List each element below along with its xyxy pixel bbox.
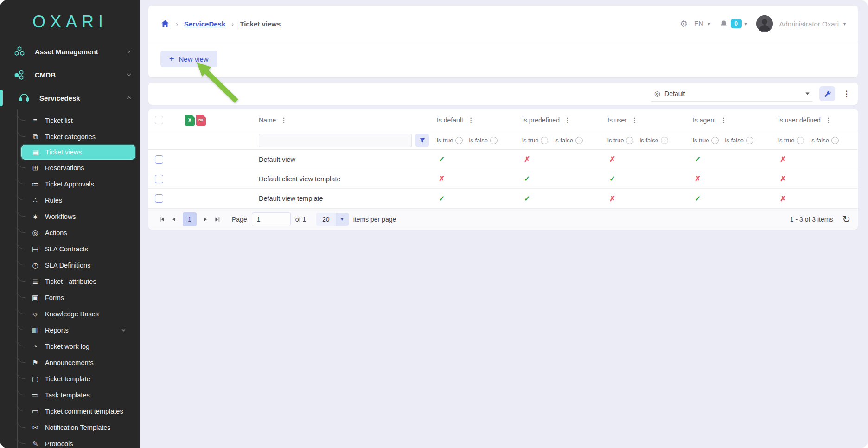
chevron-down-icon[interactable]: ▾ (745, 21, 747, 26)
sidebar-item-protocols[interactable]: ✎ Protocols (18, 435, 140, 448)
column-menu-icon[interactable]: ⋮ (468, 116, 474, 124)
sidebar-item-sla-contracts[interactable]: ▤ SLA Contracts (18, 241, 140, 257)
previous-page-button[interactable] (168, 213, 180, 225)
is-true-radio[interactable] (711, 137, 719, 144)
breadcrumb-link-servicedesk[interactable]: ServiceDesk (184, 20, 225, 28)
hexagons-icon (13, 45, 26, 58)
export-pdf-icon[interactable]: PDF (196, 115, 206, 126)
export-excel-icon[interactable]: X (185, 115, 195, 126)
column-menu-icon[interactable]: ⋮ (564, 116, 571, 124)
language-selector[interactable]: EN (694, 20, 703, 27)
cell-is-user-defined: ✗ (772, 155, 858, 164)
bulb-icon: ☼ (31, 310, 40, 318)
configure-view-button[interactable] (819, 86, 835, 101)
is-false-radio[interactable] (661, 137, 668, 144)
notification-count-badge[interactable]: 0 (731, 19, 742, 28)
view-icon: ◎ (654, 90, 660, 98)
filter-is-agent: is true is false (687, 137, 772, 144)
sidebar-item-reports[interactable]: ▥ Reports (18, 322, 140, 338)
is-true-radio[interactable] (626, 137, 633, 144)
chevron-down-icon[interactable]: ▾ (708, 21, 710, 26)
column-menu-icon[interactable]: ⋮ (825, 116, 832, 124)
bell-icon[interactable] (720, 19, 728, 28)
refresh-icon[interactable]: ↻ (842, 214, 850, 224)
is-false-radio[interactable] (746, 137, 753, 144)
current-page-button[interactable]: 1 (183, 212, 197, 226)
cell-is-default: ✓ (431, 194, 517, 203)
sidebar-item-ticket-template[interactable]: ▢ Ticket template (18, 371, 140, 387)
sidebar-item-reservations[interactable]: ⊞ Reservations (18, 160, 140, 176)
sidebar-item-forms[interactable]: ▣ Forms (18, 289, 140, 306)
is-true-radio[interactable] (455, 137, 463, 144)
is-true-radio[interactable] (797, 137, 804, 144)
sidebar-item-sla-definitions[interactable]: ◷ SLA Definitions (18, 257, 140, 273)
page-size-dropdown[interactable]: 20 ▾ (316, 213, 349, 226)
copy-icon: ⧉ (31, 133, 40, 141)
sidebar-item-ticket-attributes[interactable]: ≣ Ticket - attributes (18, 273, 140, 289)
breadcrumb-current-ticket-views[interactable]: Ticket views (240, 20, 281, 28)
grid-header-row: X PDF Name ⋮ Is default ⋮ Is predefined … (148, 109, 858, 131)
row-checkbox[interactable] (155, 155, 163, 164)
sidebar-item-announcements[interactable]: ⚑ Announcements (18, 354, 140, 371)
view-selector-dropdown[interactable]: ◎ Default (651, 86, 813, 102)
is-false-radio[interactable] (575, 137, 583, 144)
more-options-icon[interactable]: ⋮ (842, 89, 850, 99)
new-view-label: New view (179, 55, 209, 63)
sidebar-item-ticket-list[interactable]: ≡ Ticket list (18, 112, 140, 128)
sidebar-item-ticket-views[interactable]: ▦ Ticket views (21, 145, 135, 160)
table-row[interactable]: Default view template ✓ ✓ ✗ ✓ ✗ (148, 189, 858, 208)
is-false-radio[interactable] (490, 137, 498, 144)
funnel-icon (419, 137, 426, 144)
chevron-down-icon[interactable]: ▾ (843, 21, 846, 26)
breadcrumb: › ServiceDesk › Ticket views ⚙ EN ▾ 0 ▾ (148, 6, 858, 42)
is-false-radio[interactable] (831, 137, 839, 144)
sidebar-section-servicedesk[interactable]: Servicedesk (0, 86, 140, 109)
user-name[interactable]: Administrator Oxari (779, 20, 839, 28)
sidebar-item-ticket-categories[interactable]: ⧉ Ticket categories (18, 128, 140, 145)
page-size-value: 20 (316, 213, 336, 226)
sidebar-sections: Asset Management CMDB (0, 40, 140, 109)
cell-is-predefined: ✗ (517, 155, 602, 164)
next-page-button[interactable] (199, 213, 211, 225)
cell-is-user: ✗ (602, 194, 687, 203)
home-icon[interactable] (160, 19, 170, 28)
sidebar-section-asset-management[interactable]: Asset Management (0, 40, 140, 63)
sidebar-item-rules[interactable]: ∴ Rules (18, 192, 140, 208)
page-number-input[interactable] (252, 212, 291, 226)
sidebar-item-knowledge-bases[interactable]: ☼ Knowledge Bases (18, 306, 140, 322)
row-checkbox[interactable] (155, 175, 163, 183)
is-true-radio[interactable] (541, 137, 548, 144)
filter-button[interactable] (415, 134, 429, 147)
header-card: › ServiceDesk › Ticket views ⚙ EN ▾ 0 ▾ (148, 6, 858, 77)
sidebar-item-actions[interactable]: ◎ Actions (18, 224, 140, 241)
filter-is-user: is true is false (602, 137, 687, 144)
gear-icon[interactable]: ⚙ (680, 19, 688, 29)
grid-pager: 1 Page of 1 20 ▾ items per page 1 - 3 of… (148, 208, 858, 230)
workflow-icon: ∗ (31, 212, 40, 221)
column-menu-icon[interactable]: ⋮ (281, 116, 287, 124)
table-row[interactable]: Default client view template ✗ ✓ ✓ ✗ ✗ (148, 169, 858, 189)
sidebar-item-task-templates[interactable]: ≕ Task templates (18, 387, 140, 403)
name-filter-input[interactable] (259, 134, 412, 147)
row-checkbox[interactable] (155, 194, 163, 203)
first-page-button[interactable] (156, 213, 168, 225)
breadcrumb-separator-icon: › (176, 20, 178, 28)
sidebar-item-notification-templates[interactable]: ✉ Notification Templates (18, 419, 140, 435)
column-menu-icon[interactable]: ⋮ (632, 116, 638, 124)
column-menu-icon[interactable]: ⋮ (721, 116, 727, 124)
avatar[interactable] (756, 15, 773, 32)
chevron-down-icon (126, 72, 132, 77)
sidebar-item-workflows[interactable]: ∗ Workflows (18, 208, 140, 224)
new-view-button[interactable]: + New view (160, 51, 217, 67)
table-row[interactable]: Default view ✓ ✗ ✗ ✓ ✗ (148, 150, 858, 169)
last-page-button[interactable] (211, 213, 223, 225)
sidebar-item-ticket-approvals[interactable]: ≔ Ticket Approvals (18, 176, 140, 192)
column-header-is-user-defined: Is user defined ⋮ (772, 116, 858, 124)
sidebar-section-cmdb[interactable]: CMDB (0, 63, 140, 86)
sidebar-item-ticket-comment-templates[interactable]: ▭ Ticket comment templates (18, 403, 140, 419)
sidebar-item-ticket-work-log[interactable]: ◔ Ticket work log (18, 338, 140, 354)
items-per-page-label: items per page (353, 216, 396, 223)
chevron-down-icon (805, 91, 810, 96)
grid-toolbar: ◎ Default ⋮ (148, 83, 858, 105)
select-all-checkbox[interactable] (155, 116, 163, 124)
